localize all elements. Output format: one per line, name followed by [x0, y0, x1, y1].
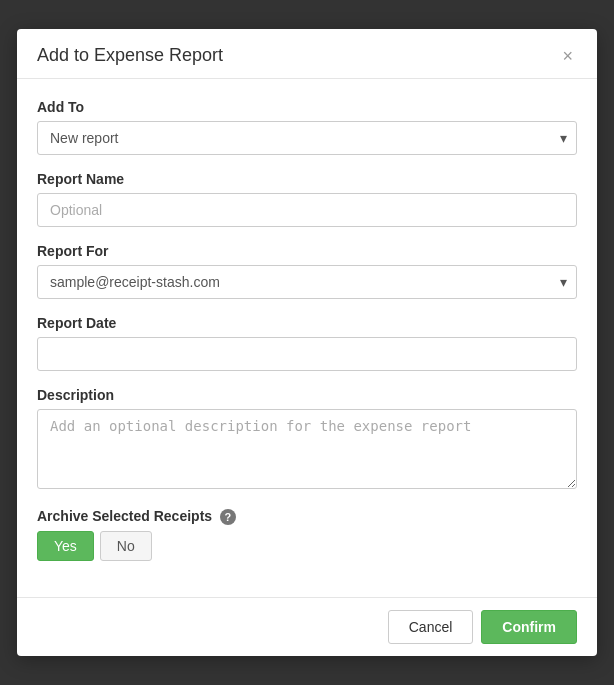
- archive-toggle-group: Yes No: [37, 531, 577, 561]
- add-to-select[interactable]: New report: [37, 121, 577, 155]
- modal-header: Add to Expense Report ×: [17, 29, 597, 79]
- report-for-label: Report For: [37, 243, 577, 259]
- cancel-button[interactable]: Cancel: [388, 610, 474, 644]
- report-for-select[interactable]: sample@receipt-stash.com: [37, 265, 577, 299]
- report-for-group: Report For sample@receipt-stash.com: [37, 243, 577, 299]
- archive-info-icon: ?: [220, 509, 236, 525]
- report-date-label: Report Date: [37, 315, 577, 331]
- modal-overlay: Add to Expense Report × Add To New repor…: [0, 0, 614, 685]
- add-to-select-wrapper: New report: [37, 121, 577, 155]
- modal-dialog: Add to Expense Report × Add To New repor…: [17, 29, 597, 656]
- add-to-label: Add To: [37, 99, 577, 115]
- description-group: Description: [37, 387, 577, 492]
- add-to-group: Add To New report: [37, 99, 577, 155]
- report-name-group: Report Name: [37, 171, 577, 227]
- archive-group: Archive Selected Receipts ? Yes No: [37, 508, 577, 561]
- modal-title: Add to Expense Report: [37, 45, 223, 66]
- modal-body: Add To New report Report Name Report For…: [17, 79, 597, 597]
- modal-footer: Cancel Confirm: [17, 597, 597, 656]
- report-name-input[interactable]: [37, 193, 577, 227]
- report-date-group: Report Date 01/03/2021: [37, 315, 577, 371]
- description-textarea[interactable]: [37, 409, 577, 489]
- no-button[interactable]: No: [100, 531, 152, 561]
- yes-button[interactable]: Yes: [37, 531, 94, 561]
- close-button[interactable]: ×: [558, 47, 577, 65]
- report-for-select-wrapper: sample@receipt-stash.com: [37, 265, 577, 299]
- report-name-label: Report Name: [37, 171, 577, 187]
- report-date-input[interactable]: 01/03/2021: [37, 337, 577, 371]
- confirm-button[interactable]: Confirm: [481, 610, 577, 644]
- archive-label: Archive Selected Receipts ?: [37, 508, 577, 525]
- description-label: Description: [37, 387, 577, 403]
